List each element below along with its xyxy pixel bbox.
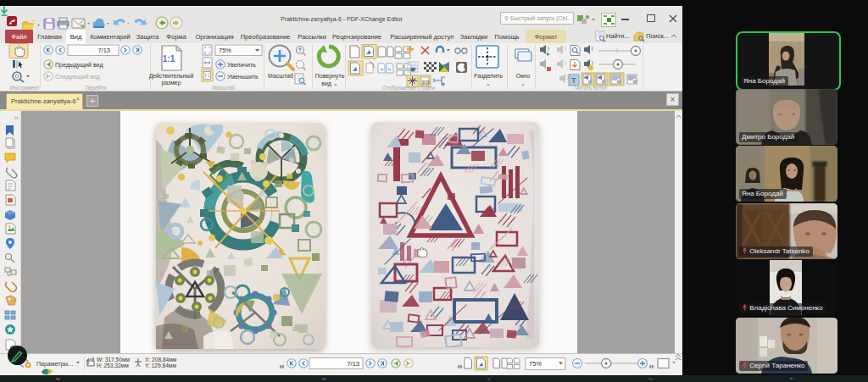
svg-text:7/13: 7/13 bbox=[97, 47, 110, 54]
svg-text:Следующий вид: Следующий вид bbox=[55, 74, 100, 80]
svg-text:7/13: 7/13 bbox=[347, 360, 359, 368]
svg-text:⌄: ⌄ bbox=[520, 80, 526, 86]
svg-text:⌄: ⌄ bbox=[486, 80, 491, 86]
svg-text:Предыдущий вид: Предыдущий вид bbox=[55, 62, 103, 69]
svg-text:▮▮: ▮▮ bbox=[649, 363, 654, 368]
svg-text:Увеличить: Увеличить bbox=[227, 62, 256, 68]
svg-text:𝕡𝕡: 𝕡𝕡 bbox=[422, 79, 431, 85]
svg-text:Повернуть: Повернуть bbox=[315, 73, 345, 80]
svg-text:Масштаб: Масштаб bbox=[213, 85, 236, 91]
svg-text:▮▮: ▮▮ bbox=[458, 363, 463, 368]
svg-text:75%: 75% bbox=[529, 360, 542, 368]
svg-text:Y: 129,84мм: Y: 129,84мм bbox=[145, 363, 176, 368]
svg-text:Параметры...: Параметры... bbox=[36, 361, 73, 368]
svg-text:T: T bbox=[571, 76, 576, 85]
svg-text:▮▮: ▮▮ bbox=[280, 363, 285, 368]
svg-text:Разделить: Разделить bbox=[474, 73, 503, 80]
svg-text:1:1: 1:1 bbox=[163, 54, 175, 64]
svg-text:размер: размер bbox=[162, 80, 181, 86]
svg-text:Масштаб: Масштаб bbox=[268, 73, 293, 79]
svg-text:Читать вслух: Читать вслух bbox=[575, 85, 608, 91]
svg-text:Н: Н bbox=[14, 115, 18, 120]
svg-text:Действительный: Действительный bbox=[149, 73, 194, 80]
svg-text:W: 317,50мм: W: 317,50мм bbox=[97, 357, 130, 363]
svg-text:H: 253,32мм: H: 253,32мм bbox=[97, 363, 129, 368]
svg-text:h: h bbox=[381, 67, 383, 72]
svg-text:Отображение страни: Отображение страни bbox=[382, 85, 435, 91]
svg-text:h: h bbox=[388, 67, 391, 72]
svg-text:Окно: Окно bbox=[516, 73, 530, 79]
svg-text:75%: 75% bbox=[219, 47, 231, 54]
svg-text:Инструмент: Инструмент bbox=[10, 85, 40, 91]
svg-text:Уменьшить: Уменьшить bbox=[227, 74, 259, 80]
svg-text:Перейти: Перейти bbox=[86, 85, 107, 91]
svg-text:X: 208,84мм: X: 208,84мм bbox=[145, 357, 177, 363]
svg-text:вид ⌄: вид ⌄ bbox=[321, 80, 338, 87]
